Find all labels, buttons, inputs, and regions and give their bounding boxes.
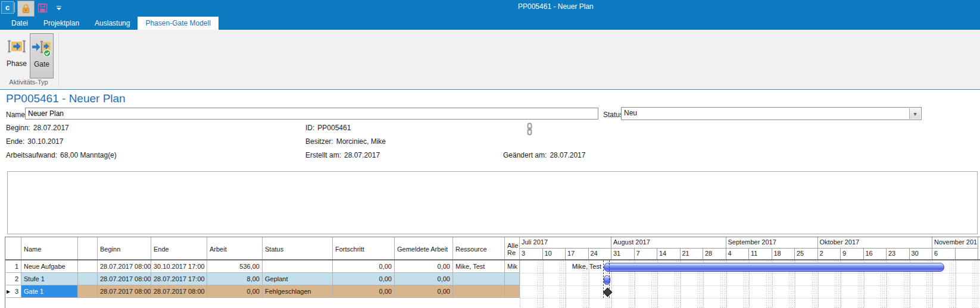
task-grid: NameBeginnEndeArbeitStatusFortschrittGem… xyxy=(5,237,980,308)
tab-projektplan[interactable]: Projektplan xyxy=(36,17,87,30)
grid-cell-gemeldete[interactable]: 0,00 xyxy=(395,273,453,285)
grid-cell-ressource[interactable] xyxy=(453,285,505,298)
grid-cell-name[interactable]: Stufe 1 xyxy=(21,273,78,285)
grid-cell-ende[interactable]: 28.07.2017 17:00 xyxy=(151,273,207,285)
column-header-num[interactable] xyxy=(6,237,21,260)
info-field-5: Erstellt am:28.07.2017 xyxy=(305,151,380,159)
gate-button[interactable]: Gate xyxy=(30,33,54,78)
chevron-down-icon: ▾ xyxy=(913,111,916,117)
column-header-fortschritt[interactable]: Fortschritt xyxy=(333,237,395,260)
grid-cell-name[interactable]: Gate 1 xyxy=(21,285,78,298)
info-field-3: ID:PP005461 xyxy=(305,124,351,132)
grid-cell-name[interactable]: Neue Aufgabe xyxy=(21,260,78,273)
page-title: PP005461 - Neuer Plan xyxy=(6,92,126,105)
ribbon: Phase Gate Aktivitäts-Typ xyxy=(0,30,980,90)
gantt-body: Mike, Test xyxy=(520,260,980,308)
info-field-1: Ende:30.10.2017 xyxy=(6,137,63,146)
gantt-selection-dashed-line xyxy=(603,260,604,298)
info-field-value: 30.10.2017 xyxy=(27,137,63,146)
save-button[interactable] xyxy=(36,1,49,15)
info-field-label: Erstellt am: xyxy=(305,151,341,159)
gate-icon xyxy=(32,37,51,56)
gantt-week-header: 11 xyxy=(749,249,772,260)
grid-cell-gemeldete[interactable]: 0,00 xyxy=(395,285,453,298)
attachment-link-icon[interactable] xyxy=(526,122,533,136)
column-header-name[interactable]: Name xyxy=(21,237,78,260)
grid-cell-beginn[interactable]: 28.07.2017 08:00 xyxy=(98,285,151,298)
info-field-label: Ende: xyxy=(6,137,24,146)
grid-cell-gemeldete[interactable]: 0,00 xyxy=(395,260,453,273)
grid-cell-beginn[interactable]: 28.07.2017 08:00 xyxy=(98,260,151,273)
tab-phasen-gate-modell[interactable]: Phasen-Gate Modell xyxy=(138,17,218,30)
quick-access-separator xyxy=(14,2,15,12)
name-input[interactable] xyxy=(25,108,598,120)
gantt-week-header: 24 xyxy=(589,249,612,260)
column-header-gemeldete[interactable]: Gemeldete Arbeit xyxy=(395,237,453,260)
gantt-week-header: 3 xyxy=(520,249,543,260)
gantt-week-header: 4 xyxy=(726,249,750,260)
grid-cell-num[interactable]: 3▶ xyxy=(6,285,21,298)
gantt-week-header: 17 xyxy=(566,249,589,260)
tab-auslastung[interactable]: Auslastung xyxy=(87,17,138,30)
grid-cell-icon[interactable] xyxy=(78,285,98,298)
grid-cell-arbeit[interactable]: 536,00 xyxy=(207,260,263,273)
column-header-ressource[interactable]: Ressource xyxy=(453,237,505,260)
status-dropdown[interactable]: Neu ▾ xyxy=(621,107,922,120)
app-logo-icon[interactable]: c xyxy=(1,1,14,14)
gantt-week-header: 6 xyxy=(932,249,956,260)
gantt-task-bar[interactable] xyxy=(604,263,944,272)
info-field-value: 28.07.2017 xyxy=(550,151,585,159)
gantt-week-header: 14 xyxy=(657,249,681,260)
grid-cell-arbeit[interactable]: 0,00 xyxy=(207,285,263,298)
tab-datei[interactable]: Datei xyxy=(4,17,36,30)
info-field-label: Arbeitsaufwand: xyxy=(6,151,57,159)
gantt-week-header xyxy=(956,249,979,260)
info-field-6: Geändert am:28.07.2017 xyxy=(503,151,585,159)
status-dropdown-button[interactable]: ▾ xyxy=(909,108,920,119)
grid-cell-status[interactable]: Fehlgeschlagen xyxy=(263,285,333,298)
grid-cell-icon[interactable] xyxy=(78,273,98,285)
window-title: PP005461 - Neuer Plan xyxy=(518,2,594,11)
tab-row: DateiProjektplanAuslastungPhasen-Gate Mo… xyxy=(4,17,219,30)
description-textarea[interactable] xyxy=(7,171,978,234)
grid-cell-fortschritt[interactable]: 0,00 xyxy=(333,285,395,298)
grid-cell-ressource[interactable] xyxy=(453,273,505,285)
title-bar: c PP005461 - Neuer Plan DateiProjektplan… xyxy=(0,0,980,30)
column-header-arbeit[interactable]: Arbeit xyxy=(207,237,263,260)
gantt-week-header: 21 xyxy=(681,249,704,260)
column-header-status[interactable]: Status xyxy=(263,237,333,260)
grid-cell-alle[interactable]: Mik xyxy=(505,260,520,273)
grid-cell-alle[interactable] xyxy=(505,285,520,298)
phase-button[interactable]: Phase xyxy=(5,33,29,78)
grid-cell-ende[interactable]: 28.07.2017 08:00 xyxy=(151,285,207,298)
gantt-week-header: 2 xyxy=(818,249,841,260)
column-header-ende[interactable]: Ende xyxy=(151,237,207,260)
gantt-month-header: Oktober 2017 xyxy=(818,237,933,249)
column-header-beginn[interactable]: Beginn xyxy=(98,237,151,260)
gantt-week-header: 9 xyxy=(841,249,864,260)
column-header-alle[interactable]: Alle Re xyxy=(505,237,520,260)
grid-cell-num[interactable]: 2 xyxy=(6,273,21,285)
grid-cell-status[interactable] xyxy=(263,260,333,273)
grid-cell-fortschritt[interactable]: 0,00 xyxy=(333,260,395,273)
grid-cell-ressource[interactable]: Mike, Test xyxy=(453,260,505,273)
gantt-weekend-shading xyxy=(949,260,956,308)
grid-cell-ende[interactable]: 30.10.2017 17:00 xyxy=(151,260,207,273)
gantt-month-header: September 2017 xyxy=(726,237,818,249)
grid-cell-fortschritt[interactable]: 0,00 xyxy=(333,273,395,285)
info-field-label: Geändert am: xyxy=(503,151,547,159)
gantt-week-header: 7 xyxy=(635,249,658,260)
grid-cell-arbeit[interactable]: 8,00 xyxy=(207,273,263,285)
application-window: c PP005461 - Neuer Plan DateiProjektplan… xyxy=(0,0,980,308)
gantt-week-header: 31 xyxy=(611,249,635,260)
info-field-value: 68,00 Manntag(e) xyxy=(60,151,117,159)
grid-cell-num[interactable]: 1 xyxy=(6,260,21,273)
column-header-icon[interactable] xyxy=(78,237,98,260)
grid-cell-alle[interactable] xyxy=(505,273,520,285)
customize-quick-access-button[interactable] xyxy=(55,1,63,15)
grid-cell-icon[interactable] xyxy=(78,260,98,273)
lock-button[interactable] xyxy=(17,1,35,17)
grid-cell-status[interactable]: Geplant xyxy=(263,273,333,285)
info-field-4: Besitzer:Morciniec, Mike xyxy=(305,137,386,146)
grid-cell-beginn[interactable]: 28.07.2017 08:00 xyxy=(98,273,151,285)
